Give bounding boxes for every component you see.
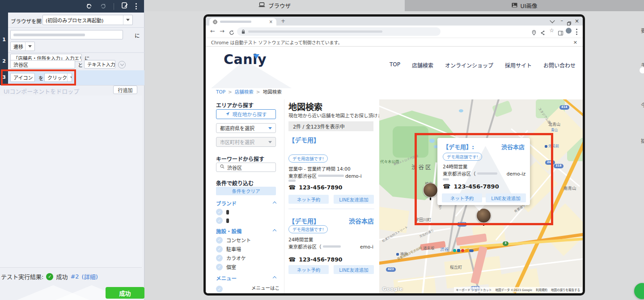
map-canvas[interactable]: 代々木公園 東京メトロ千代田線 渋谷区 神南 宇田川町 道玄坂 渋谷 神泉 桜丘… — [379, 99, 583, 293]
map-label: 道玄坂 — [423, 245, 435, 250]
brand-checkbox-item[interactable]: ✓ — [216, 209, 229, 215]
success-button[interactable]: 成功 — [106, 287, 144, 299]
clear-filters-button[interactable]: 条件をクリア — [216, 187, 276, 195]
net-reserve-button[interactable]: ネット予約 — [288, 195, 329, 204]
particle-to: と — [78, 61, 83, 69]
location-pin-icon[interactable] — [532, 29, 536, 37]
chevron-up-icon — [273, 201, 276, 205]
action-select-navigate[interactable]: 遷移 — [10, 42, 35, 51]
prefecture-select[interactable]: 都道府県を選択 — [216, 123, 276, 133]
nav-store-search[interactable]: 店舗検索 — [412, 61, 433, 69]
reload-icon[interactable] — [229, 29, 234, 37]
line-friend-button[interactable]: LINE友達追加 — [334, 195, 374, 204]
nav-top[interactable]: TOP — [390, 61, 400, 69]
facility-checkbox-item[interactable]: ✓個室 — [216, 263, 236, 270]
filter-heading: 条件で絞り込む — [216, 179, 254, 187]
brand-checkbox-item[interactable]: ✓ — [216, 217, 229, 224]
tab-close-icon[interactable]: × — [269, 19, 273, 24]
breadcrumb-home[interactable]: TOP — [216, 89, 225, 94]
nav-contact[interactable]: お問い合わせ — [543, 61, 576, 69]
map-data-credit: 地図データ ©2023 Google — [495, 287, 532, 292]
infobar-message: Chrome は自動テスト ソフトウェアによって制御されています。 — [211, 39, 342, 46]
script-edit-icon[interactable] — [121, 2, 128, 11]
line-friend-button[interactable]: LINE友達追加 — [334, 265, 374, 274]
brand-group-header[interactable]: ブランド — [216, 200, 276, 207]
new-tab-icon[interactable]: + — [281, 18, 285, 24]
current-location-button[interactable]: 現在地から探す — [216, 109, 276, 119]
tab-browser-view[interactable]: ブラウザ — [144, 0, 405, 11]
city-select[interactable]: 市区町村を選択 — [216, 137, 276, 147]
nav-online-shop[interactable]: オンラインショップ — [445, 61, 493, 69]
lock-icon — [242, 27, 245, 36]
browser-kebab-icon[interactable] — [576, 29, 577, 35]
chevron-down-icon — [268, 141, 272, 143]
facility-checkbox-item[interactable]: ✓駐車場 — [216, 245, 241, 253]
open-browser-label: ブラウザを開く — [11, 17, 47, 25]
site-nav: TOP 店舗検索 オンラインショップ 採用サイト お問い合わせ — [390, 61, 576, 69]
chrome-tabstrip: × + – × — [206, 17, 583, 26]
forward-icon[interactable]: → — [220, 28, 225, 34]
action-select-textinput[interactable]: テキスト入力 — [84, 60, 115, 69]
test-result-row: テスト実行結果: ✓ 成功 #2 (詳細) — [1, 272, 98, 281]
window-close-icon[interactable]: × — [575, 18, 579, 24]
net-reserve-button[interactable]: ネット予約 — [288, 265, 329, 274]
keyword-search-input[interactable]: 渋谷区 — [216, 163, 276, 172]
store-name-link[interactable]: 【デモ用】 — [288, 135, 320, 144]
breadcrumb-store-search[interactable]: 店舗検索 — [235, 88, 254, 95]
expand-step-icon[interactable] — [118, 61, 126, 69]
facility-checkbox-item[interactable]: ✓カラオケ — [216, 254, 246, 261]
open-browser-select[interactable]: (初回のみプロセス再起動) — [42, 15, 133, 25]
text-value-input[interactable]: 渋谷区 — [10, 60, 75, 69]
result-detail-link[interactable]: (詳細) — [82, 272, 98, 281]
menu-checkbox-item[interactable]: ✓ — [216, 286, 223, 292]
url-input[interactable] — [10, 30, 123, 39]
store-branch[interactable]: 渋谷本店 — [349, 216, 374, 225]
clipped-label-fragment: 拡 — [641, 137, 644, 144]
minimize-icon[interactable]: – — [561, 17, 564, 23]
google-logo: Google — [382, 286, 403, 292]
map-label: 南青山 — [564, 185, 576, 191]
infobar-close-icon[interactable]: × — [573, 39, 577, 45]
checkbox-checked-icon: ✓ — [216, 217, 223, 224]
bookmark-star-icon[interactable]: ☆ — [549, 27, 554, 34]
store-name-link[interactable]: 【デモ用】 — [288, 216, 320, 225]
facility-checkbox-item[interactable]: ✓コンセント — [216, 236, 251, 244]
checkbox-checked-icon: ✓ — [216, 255, 223, 261]
store-phone: ☎ 123-456-7890 — [288, 184, 343, 191]
sidebar-panel-icon[interactable] — [558, 29, 563, 37]
laptop-icon — [258, 2, 265, 9]
nav-recruit[interactable]: 採用サイト — [505, 61, 532, 69]
phone-icon: ☎ — [288, 256, 296, 263]
chrome-tab[interactable]: × — [209, 18, 276, 26]
undo-icon[interactable] — [86, 2, 93, 11]
clipped-label-fragment: 今 — [641, 101, 644, 108]
component-dropzone[interactable]: UIコンポーネントをドロップ — [4, 87, 79, 95]
terms-link[interactable]: 利用規約 — [536, 287, 547, 292]
chevron-up-icon — [273, 276, 276, 280]
redacted-brand-label — [226, 210, 229, 214]
browser-window: × + – × ← → — [203, 14, 585, 296]
kebab-menu-icon[interactable] — [136, 3, 137, 9]
report-error-link[interactable]: 地図の誤りを報告する — [551, 287, 580, 292]
station-building — [456, 233, 487, 245]
redo-icon[interactable] — [100, 2, 106, 11]
redacted-address — [318, 175, 344, 177]
profile-avatar[interactable] — [566, 28, 572, 34]
tab-search-chevron-icon[interactable] — [550, 18, 555, 23]
store-phone: ☎ 123-456-7890 — [288, 256, 343, 263]
back-icon[interactable]: ← — [210, 28, 215, 34]
store-hours: 24時間営業 — [288, 236, 313, 243]
address-bar[interactable] — [237, 27, 441, 36]
facility-group-header[interactable]: 施設・設備 — [216, 227, 276, 235]
toolbar-divider — [114, 3, 114, 10]
floating-action-button[interactable] — [634, 283, 644, 299]
keyboard-shortcuts-link[interactable]: キーボード ショートカット — [456, 287, 491, 292]
share-icon[interactable] — [540, 29, 545, 37]
menu-group-header[interactable]: メニュー — [216, 274, 276, 282]
result-run-link[interactable]: #2 — [70, 273, 79, 280]
checkbox-checked-icon: ✓ — [216, 246, 223, 253]
tab-ui-image-view[interactable]: UI画像 — [405, 0, 644, 11]
site-logo[interactable]: Canly — [224, 53, 267, 66]
redacted-address-line2 — [288, 180, 296, 182]
add-row-button[interactable]: 行追加 — [113, 86, 137, 94]
